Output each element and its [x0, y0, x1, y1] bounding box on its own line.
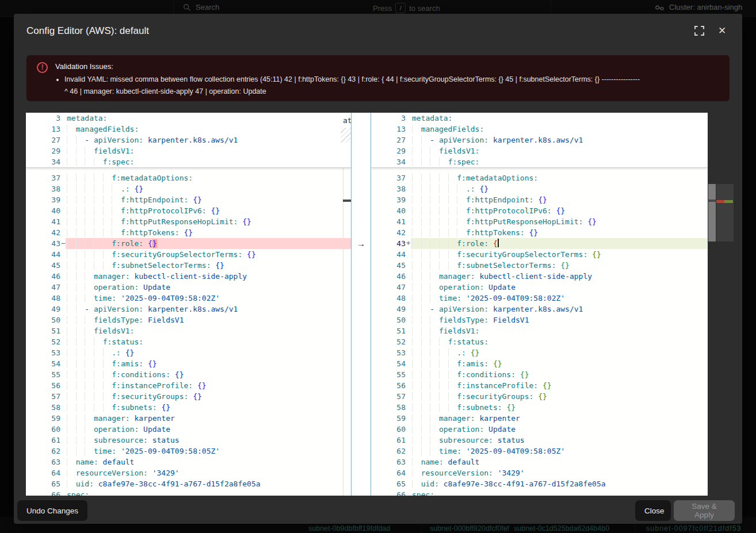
code-line: 52 f:status: — [26, 336, 351, 347]
code-line: 3metadata: — [371, 113, 708, 124]
line-number: 55 — [371, 369, 406, 380]
revert-change-arrow[interactable]: → — [352, 238, 371, 249]
diff-sign — [406, 304, 411, 315]
diff-sign — [406, 135, 411, 145]
diff-sign — [60, 145, 66, 156]
line-number: 29 — [371, 145, 406, 156]
line-number: 52 — [26, 336, 60, 347]
code-line: 34 f:spec: — [371, 156, 708, 167]
diff-sign — [60, 424, 66, 435]
code-line: 42 f:httpTokens: {} — [26, 227, 351, 238]
diff-sign — [406, 282, 411, 293]
line-number: 49 — [371, 304, 406, 315]
code-line: 13 managedFields: — [26, 124, 351, 135]
diff-sign — [60, 457, 66, 467]
line-number: 47 — [371, 282, 406, 293]
diff-sign — [406, 457, 411, 467]
line-number: 47 — [26, 282, 60, 293]
diff-editor-modified[interactable]: 3metadata:13 managedFields:27 - apiVersi… — [371, 113, 708, 496]
diff-sign — [60, 402, 66, 413]
line-number: 34 — [26, 156, 60, 167]
code-line: 27 - apiVersion: karpenter.k8s.aws/v1 — [26, 135, 351, 145]
code-line: 65 uid: c8afe97e-38cc-4f91-a767-d15f2a8f… — [26, 478, 351, 489]
scrollbar-slider[interactable] — [708, 184, 716, 241]
diff-sign — [60, 435, 66, 446]
line-number: 51 — [26, 325, 60, 336]
code-line: 41 f:httpPutResponseHopLimit: {} — [26, 216, 351, 227]
line-number: 41 — [371, 216, 406, 227]
line-number: 48 — [371, 293, 406, 304]
diff-editor-original[interactable]: 3metadata:13 managedFields:27 - apiVersi… — [26, 113, 351, 496]
fullscreen-button[interactable] — [693, 25, 705, 36]
line-number: 27 — [26, 135, 60, 145]
diff-sign — [60, 391, 66, 402]
yaml-diff-editor: 3metadata:13 managedFields:27 - apiVersi… — [26, 113, 734, 496]
line-number: 66 — [26, 489, 60, 496]
line-number: 34 — [371, 156, 406, 167]
undo-changes-button[interactable]: Undo Changes — [17, 500, 87, 521]
code-line: 63 name: default — [371, 457, 708, 467]
diff-sign — [406, 402, 411, 413]
line-number: 43 — [26, 238, 60, 249]
diff-sign — [406, 260, 411, 271]
code-line: 37 f:metadataOptions: — [371, 172, 708, 183]
line-number: 13 — [371, 124, 406, 135]
line-number: 63 — [26, 457, 60, 467]
close-icon-button[interactable]: ✕ — [716, 25, 728, 36]
code-line: 51 fieldsV1: — [371, 325, 708, 336]
diff-diagonal-fill — [341, 128, 351, 143]
code-line: 64 resourceVersion: '3429' — [26, 467, 351, 478]
fullscreen-icon — [694, 26, 704, 36]
line-number: 53 — [371, 347, 406, 358]
diff-sign — [60, 325, 66, 336]
code-line: 54 f:amis: {} — [26, 358, 351, 369]
line-number: 51 — [371, 325, 406, 336]
line-number: 42 — [371, 227, 406, 238]
line-number: 3 — [371, 113, 406, 124]
line-number: 45 — [371, 260, 406, 271]
vertical-scrollbar[interactable] — [708, 113, 716, 496]
code-line: 37 f:metadataOptions: — [26, 172, 351, 183]
code-line: 54 f:amis: {} — [371, 358, 708, 369]
line-number: 49 — [26, 304, 60, 315]
diff-sign — [406, 183, 411, 194]
overview-removed-marker — [716, 200, 724, 203]
diff-sign — [60, 380, 66, 391]
line-number: 3 — [26, 113, 60, 124]
diff-sign — [406, 172, 411, 183]
dialog-title: Config Editor (AWS): default — [26, 25, 149, 37]
code-line: 45 f:subnetSelectorTerms: {} — [371, 260, 708, 271]
diff-sign — [406, 380, 411, 391]
code-line: 59 manager: karpenter — [371, 413, 708, 424]
diff-sign — [60, 293, 66, 304]
close-button[interactable]: Close — [635, 500, 671, 521]
line-number: 41 — [26, 216, 60, 227]
code-line: 55 f:conditions: {} — [26, 369, 351, 380]
sticky-scroll-modified[interactable]: 3metadata:13 managedFields:27 - apiVersi… — [371, 113, 708, 168]
line-number: 53 — [26, 347, 60, 358]
line-number: 64 — [371, 467, 406, 478]
code-line: 66spec: — [371, 489, 708, 496]
diff-sign — [406, 325, 411, 336]
error-icon: ! — [37, 62, 48, 73]
code-line: 39 f:httpEndpoint: {} — [26, 194, 351, 205]
code-line: 64 resourceVersion: '3429' — [371, 467, 708, 478]
line-number: 42 — [26, 227, 60, 238]
diff-sign — [406, 194, 411, 205]
line-number: 59 — [26, 413, 60, 424]
diff-sign — [406, 424, 411, 435]
line-number: 58 — [26, 402, 60, 413]
diff-sign — [406, 347, 411, 358]
code-line: 49 - apiVersion: karpenter.k8s.aws/v1 — [26, 304, 351, 315]
diff-sign — [406, 315, 411, 325]
code-line: 44 f:securityGroupSelectorTerms: {} — [371, 249, 708, 260]
save-apply-button[interactable]: Save & Apply — [674, 500, 735, 521]
code-line: 52 f:status: — [371, 336, 708, 347]
line-number: 52 — [371, 336, 406, 347]
code-line: 46 manager: kubectl-client-side-apply — [26, 271, 351, 282]
overview-slider-shadow — [716, 184, 734, 241]
code-line: 61 subresource: status — [371, 435, 708, 446]
diff-sign — [60, 156, 66, 167]
code-line: 60 operation: Update — [26, 424, 351, 435]
sticky-scroll-original[interactable]: 3metadata:13 managedFields:27 - apiVersi… — [26, 113, 351, 168]
